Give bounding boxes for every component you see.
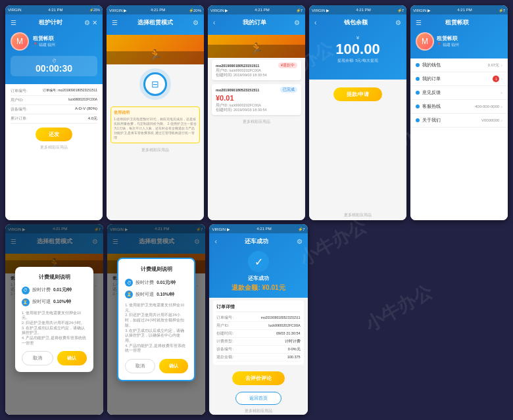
more-link-8[interactable]: 更多精彩应用品 (209, 408, 307, 415)
fee3-value: 0.01元/钟 (157, 280, 175, 286)
about-value: V0000000 (481, 118, 499, 122)
back-icon-8[interactable]: ‹ (214, 238, 216, 245)
phone-success: VIRGIN ▶ 4:21 PM ⚡7 ‹ 还车成功 ⚙ ✓ 还车成功 退款金额… (209, 224, 307, 415)
fee2-label: 按时可退 (32, 299, 51, 305)
more-link-1[interactable]: 更多精彩应用品 (11, 145, 97, 150)
about-value-container: V0000000 › (481, 118, 502, 124)
menu-icon-2[interactable]: ☰ (112, 19, 118, 26)
order2-status: 已完成 (280, 87, 297, 93)
order-item-2[interactable]: mo2019090180523151511 已完成 ¥0.01 用户ID: lu… (212, 84, 301, 115)
dialog-overlay-1: 计费规则说明 ⏱ 按时计费 0.01元/钟 ⏳ 按时可退 0.10%/钟 1. … (5, 224, 103, 415)
screen2-body: 🏃 ⊟ 使用说明 1.使用前护卫充电需预付10元，相应充电完成后，还是按实际用量… (107, 35, 204, 220)
lock-icon[interactable]: ⊟ (143, 72, 167, 96)
profile-menu: 我的钱包 0.07元 › 我的订单 1 › (410, 58, 508, 220)
dialog-buttons-2: 取消 确认 (125, 359, 187, 373)
time-8: 4:21 PM (256, 227, 271, 231)
fee4-value: 0.10%/钟 (157, 292, 174, 298)
carrier-8: VIRGIN ▶ (212, 227, 230, 231)
rules-title-2: 使用说明 (114, 110, 197, 116)
more-link-2[interactable]: 更多精彩应用品 (107, 146, 204, 154)
profile-name: 租赁帐联 (437, 35, 459, 42)
status-bar-8: VIRGIN ▶ 4:21 PM ⚡7 (209, 224, 307, 233)
wallet-menu-value: 0.07元 (488, 62, 500, 68)
back-icon-4[interactable]: ‹ (314, 19, 316, 26)
order1-status: ¥退款中 (278, 62, 297, 68)
more-link-3[interactable]: 更多精彩应用品 (208, 117, 305, 127)
rate-button[interactable]: 去评价评论 (232, 371, 285, 385)
phone-wallet: VIRGIN ▶ 4:21 PM ⚡7 ‹ 钱包余额 ⚙ ¥ 100.00 提现… (309, 5, 406, 220)
phone-dialog-1: VIRGIN ▶ 4:21 PM ⚡7 ☰ 选择租赁模式 ⚙ 🏃 使用说明 1.… (5, 224, 103, 415)
settings-icon-1[interactable]: ⚙ ✕ (84, 19, 97, 26)
menu-icon-5[interactable]: ☰ (416, 19, 422, 26)
feedback-dot (416, 91, 420, 95)
screen4-body: 提款/申请 更多精彩应用品 (309, 80, 406, 220)
order1-user: 用户ID: luck9900202FC00A (216, 68, 297, 73)
order2-user: 用户ID: luck9900202FC00A (216, 103, 297, 108)
withdraw-button[interactable]: 提款/申请 (333, 87, 382, 101)
detail-order-id: 订单编号: mo2019090180523151511 (216, 314, 300, 322)
detail-device: 设备编号: 0-0%元 (216, 346, 300, 354)
confirm-button-1[interactable]: 确认 (57, 351, 87, 365)
battery-1: ⚡20% (89, 8, 100, 12)
dialog-rules-1: 1. 使用前护卫充电需要支付押金10元。 2. 归还护卫使用共计用不超24小时。… (22, 311, 87, 346)
wallet-dot (416, 63, 420, 67)
screen5-header: ☰ 租赁帐联 M 租赁帐联 📍 福建 福州 (410, 14, 508, 58)
menu-item-hotline[interactable]: 客服热线 400-000-0000 › (410, 100, 508, 114)
screen3-nav: ‹ 我的订单 ⚙ (213, 18, 300, 27)
orders-dot (416, 77, 420, 81)
wallet-sub: 提现余额: 5元/每次提现 (320, 58, 396, 64)
settings-icon-2[interactable]: ⚙ (193, 19, 199, 26)
menu-item-orders[interactable]: 我的订单 1 › (410, 72, 508, 86)
dialog-rules-2: 1. 使用前护卫充电需要支付押金10元。 2. 归还护卫使用共计用不超24小时，… (125, 303, 187, 354)
detail-duration: 计费类型: 计时计费 (216, 338, 300, 346)
user-avatar-5: M (416, 32, 434, 51)
screen8-title: 还车成功 (245, 237, 268, 246)
canvas: 小牛办公 小牛办公 小牛办公 小牛办公 VIRGIN 4:21 PM ⚡20% … (0, 0, 513, 420)
timer-display: ⏱ 00:00:30 (11, 56, 97, 76)
menu-icon-1[interactable]: ☰ (11, 19, 16, 26)
screen1-info: 订单编号: 订单编号: mo2019090180523151511 用户ID: … (5, 84, 103, 220)
order1-time: 创建时间: 2019/09/03 18:30:54 (216, 73, 297, 78)
return-button[interactable]: 还发 (36, 128, 72, 141)
about-menu-label: 关于我们 (422, 117, 441, 124)
time-5: 4:21 PM (457, 8, 472, 12)
back-icon-3[interactable]: ‹ (213, 19, 215, 26)
user-info-1: 租赁帐联 📍 福建 福州 (33, 35, 55, 48)
settings-icon-3[interactable]: ⚙ (294, 19, 300, 26)
fee1-value: 0.01元/钟 (53, 287, 72, 293)
fee1-label: 按时计费 (32, 287, 51, 293)
wallet-yuan-label: ¥ (320, 35, 396, 41)
dialog-box-1: 计费规则说明 ⏱ 按时计费 0.01元/钟 ⏳ 按时可退 0.10%/钟 1. … (15, 267, 93, 373)
feedback-arrow: › (501, 90, 502, 96)
home-button[interactable]: 返回首页 (235, 392, 281, 405)
center-icon-section: ⊟ (107, 64, 204, 104)
settings-icon-8[interactable]: ⚙ (297, 238, 303, 245)
status-bar-5: VIRGIN ▶ 4:21 PM ⚡7 (410, 5, 508, 14)
fee-row-3: ⏱ 按时计费 0.01元/钟 (125, 277, 187, 289)
status-bar-1: VIRGIN 4:21 PM ⚡20% (5, 5, 103, 14)
cancel-button-2[interactable]: 取消 (125, 359, 155, 373)
fee-icon-4: ⏳ (125, 291, 133, 298)
screen4-nav: ‹ 钱包余额 ⚙ (314, 18, 401, 27)
dialog-overlay-2: 计费规则说明 ⏱ 按时计费 0.01元/钟 ⏳ 按时可退 0.10%/钟 1. … (107, 224, 205, 415)
orders-arrow: › (501, 76, 502, 82)
order-item-1[interactable]: mo2019090180523151511 ¥退款中 用户ID: luck990… (212, 60, 301, 80)
menu-item-feedback[interactable]: 意见反馈 › (410, 86, 508, 100)
wallet-arrow: › (501, 62, 502, 68)
screen4-header: ‹ 钱包余额 ⚙ ¥ 100.00 提现余额: 5元/每次提现 (309, 14, 406, 80)
settings-icon-4[interactable]: ⚙ (395, 19, 401, 26)
screen8-header: ‹ 还车成功 ⚙ ✓ 还车成功 退款金额: ¥0.01元 (209, 233, 307, 298)
fee2-value: 0.10%/钟 (53, 299, 71, 305)
row2-filler (312, 224, 508, 415)
status-bar-4: VIRGIN ▶ 4:21 PM ⚡7 (309, 5, 406, 14)
order-count-row: 累计订单: 4.0元 (11, 114, 97, 124)
success-amount: 退款金额: ¥0.01元 (214, 283, 302, 292)
confirm-button-2[interactable]: 确认 (159, 359, 188, 373)
menu-item-wallet[interactable]: 我的钱包 0.07元 › (410, 58, 508, 72)
hotline-value: 400-000-0000 (475, 105, 499, 108)
wallet-menu-label: 我的钱包 (422, 62, 441, 68)
user-info-5: 租赁帐联 📍 福建 福州 (437, 35, 459, 48)
menu-item-about[interactable]: 关于我们 V0000000 › (410, 114, 508, 128)
cancel-button-1[interactable]: 取消 (22, 351, 53, 365)
more-link-4[interactable]: 更多精彩应用品 (309, 210, 406, 220)
